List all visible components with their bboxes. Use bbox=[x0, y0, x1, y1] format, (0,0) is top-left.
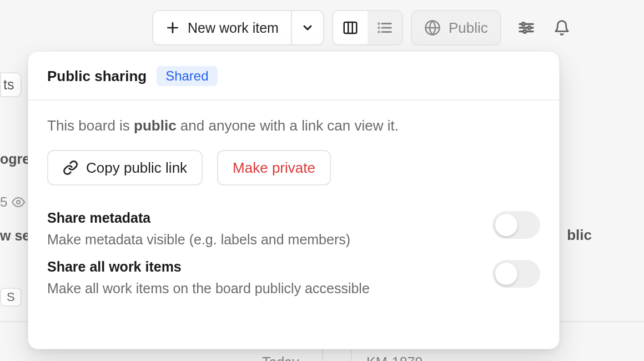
share-metadata-labels: Share metadata Make metadata visible (e.… bbox=[47, 210, 492, 255]
svg-point-17 bbox=[527, 26, 530, 29]
svg-point-18 bbox=[523, 30, 526, 33]
desc-prefix: This board is bbox=[47, 117, 134, 134]
list-view-button[interactable] bbox=[368, 11, 402, 44]
bell-icon bbox=[554, 19, 570, 36]
svg-point-10 bbox=[379, 32, 379, 32]
svg-point-9 bbox=[379, 27, 379, 28]
settings-button[interactable] bbox=[512, 14, 540, 42]
share-all-items-toggle[interactable] bbox=[492, 260, 540, 288]
public-label: Public bbox=[449, 19, 488, 37]
popover-title: Public sharing bbox=[47, 68, 147, 85]
svg-point-16 bbox=[522, 23, 525, 26]
bg-card-title-fragment: w se bbox=[0, 228, 30, 244]
make-private-label: Make private bbox=[233, 159, 315, 177]
bg-column-header-fragment: ogre bbox=[0, 151, 30, 167]
share-all-items-title: Share all work items bbox=[47, 259, 492, 275]
bg-size-badge: S bbox=[0, 288, 22, 307]
make-private-button[interactable]: Make private bbox=[217, 150, 331, 185]
new-work-item-button[interactable]: New work item bbox=[153, 11, 292, 44]
toggle-knob bbox=[495, 214, 517, 236]
bg-item-id: KM-1879 bbox=[366, 354, 422, 361]
list-icon bbox=[376, 19, 393, 36]
columns-icon bbox=[342, 19, 359, 36]
bg-today: Today bbox=[262, 354, 299, 361]
sliders-icon bbox=[517, 19, 535, 37]
public-visibility-button[interactable]: Public bbox=[411, 10, 501, 46]
bg-count: 5 bbox=[0, 194, 7, 210]
link-icon bbox=[63, 160, 78, 176]
eye-icon bbox=[12, 195, 25, 209]
share-all-items-desc: Make all work items on the board publicl… bbox=[47, 280, 492, 297]
new-work-item-group: New work item bbox=[152, 10, 324, 46]
share-metadata-desc: Make metadata visible (e.g. labels and m… bbox=[47, 232, 492, 248]
popover-description: This board is public and anyone with a l… bbox=[47, 117, 540, 134]
public-sharing-popover: Public sharing Shared This board is publ… bbox=[28, 51, 560, 349]
share-metadata-title: Share metadata bbox=[47, 210, 492, 226]
copy-link-label: Copy public link bbox=[86, 159, 187, 177]
new-work-item-label: New work item bbox=[188, 20, 279, 36]
view-toggle bbox=[332, 10, 403, 46]
copy-public-link-button[interactable]: Copy public link bbox=[47, 150, 203, 185]
popover-actions: Copy public link Make private bbox=[47, 150, 540, 185]
chevron-down-icon bbox=[301, 21, 314, 34]
popover-header: Public sharing Shared bbox=[28, 52, 559, 101]
globe-icon bbox=[424, 19, 441, 36]
board-view-button[interactable] bbox=[333, 11, 368, 44]
shared-badge: Shared bbox=[157, 66, 217, 86]
desc-suffix: and anyone with a link can view it. bbox=[177, 117, 399, 134]
desc-bold: public bbox=[134, 117, 177, 134]
bg-card-meta: 5 bbox=[0, 194, 25, 210]
toggle-knob bbox=[495, 263, 517, 285]
bg-ts-fragment: ts bbox=[0, 72, 22, 97]
svg-rect-2 bbox=[344, 22, 357, 33]
bg-right-fragment: blic bbox=[567, 227, 592, 244]
notifications-button[interactable] bbox=[548, 14, 576, 42]
plus-icon bbox=[165, 21, 180, 35]
svg-point-19 bbox=[17, 200, 20, 204]
share-all-items-setting: Share all work items Make all work items… bbox=[47, 259, 540, 304]
share-metadata-toggle[interactable] bbox=[492, 211, 540, 239]
new-work-item-dropdown[interactable] bbox=[292, 11, 323, 44]
share-all-items-labels: Share all work items Make all work items… bbox=[47, 259, 492, 304]
toolbar: New work item bbox=[0, 0, 644, 56]
share-metadata-setting: Share metadata Make metadata visible (e.… bbox=[47, 210, 540, 255]
svg-point-8 bbox=[379, 23, 379, 24]
popover-body: This board is public and anyone with a l… bbox=[28, 101, 559, 319]
